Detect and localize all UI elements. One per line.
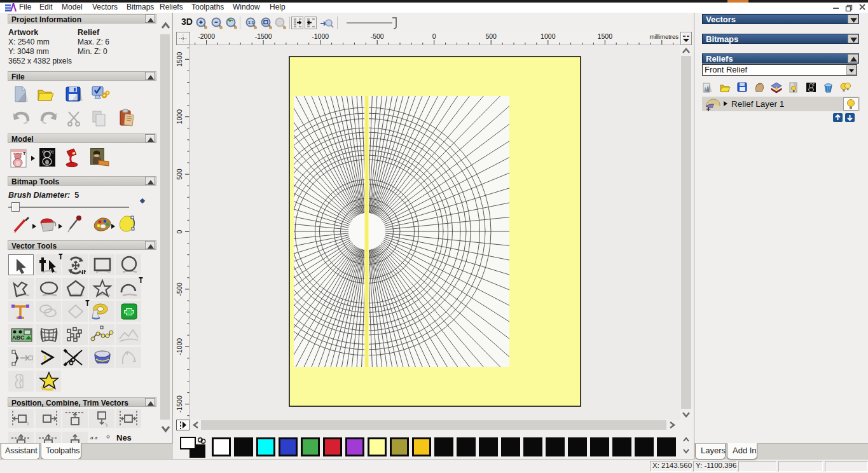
svg-text:1500: 1500 (176, 51, 183, 67)
svg-text:T: T (52, 150, 55, 154)
svg-text:1500: 1500 (598, 32, 613, 40)
svg-text:Nes: Nes (116, 433, 132, 442)
svg-text:0: 0 (176, 230, 183, 233)
svg-text:millimetres: millimetres (650, 33, 679, 40)
svg-text:-500: -500 (371, 32, 384, 40)
svg-text:-1000: -1000 (312, 32, 329, 40)
svg-text:500: 500 (176, 168, 183, 180)
svg-text:500: 500 (485, 32, 497, 40)
svg-text:1000: 1000 (541, 32, 556, 40)
svg-text:1:1: 1:1 (248, 20, 254, 25)
svg-text:T: T (813, 83, 815, 86)
svg-text:-2000: -2000 (198, 32, 215, 40)
svg-text:T: T (23, 151, 26, 156)
svg-text:0: 0 (432, 32, 436, 40)
svg-text:-1500: -1500 (255, 32, 272, 40)
svg-text:-1500: -1500 (176, 395, 183, 413)
svg-text:ABC: ABC (12, 334, 25, 341)
svg-text:a a: a a (90, 435, 98, 441)
svg-text:-1000: -1000 (176, 338, 183, 355)
svg-text:1000: 1000 (176, 109, 183, 125)
svg-text:-500: -500 (176, 282, 183, 296)
